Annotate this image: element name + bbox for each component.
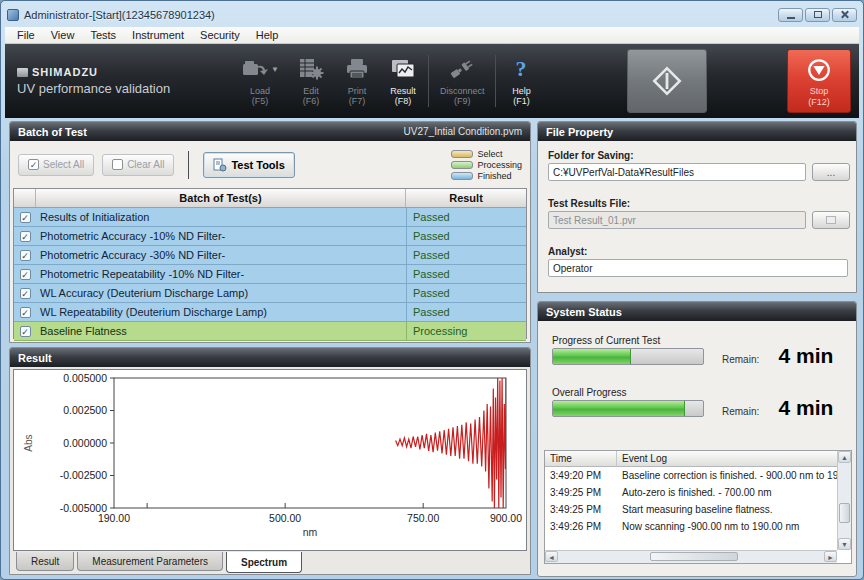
- table-row[interactable]: ✓Photometric Accuracy -10% ND Filter-Pas…: [14, 227, 526, 246]
- overall-progress-label: Overall Progress: [552, 387, 626, 398]
- result-button[interactable]: Result (F8): [380, 44, 426, 118]
- menu-item-view[interactable]: View: [43, 28, 83, 42]
- row-checkbox-cell: ✓: [14, 212, 36, 223]
- hscroll-thumb[interactable]: [650, 552, 738, 561]
- test-results-file-input[interactable]: Test Result_01.pvr: [548, 211, 806, 229]
- test-result: Passed: [413, 306, 450, 318]
- row-checkbox[interactable]: ✓: [20, 288, 31, 299]
- folder-for-saving-input[interactable]: C:¥UVPerfVal-Data¥ResultFiles: [548, 163, 806, 181]
- window-title: Administrator-[Start](12345678901234): [24, 9, 215, 21]
- table-row[interactable]: ✓Photometric Accuracy -30% ND Filter-Pas…: [14, 246, 526, 265]
- vscroll-thumb[interactable]: [839, 503, 850, 523]
- clear-all-label: Clear All: [127, 159, 164, 170]
- start-button[interactable]: [627, 49, 707, 113]
- event-log-row[interactable]: 3:49:25 PMStart measuring baseline flatn…: [545, 501, 837, 518]
- menu-item-file[interactable]: File: [9, 28, 43, 42]
- scroll-up-arrow[interactable]: ▲: [838, 451, 851, 463]
- menu-item-tests[interactable]: Tests: [82, 28, 124, 42]
- legend-label-finished: Finished: [477, 171, 511, 181]
- results-file-browse-icon: [826, 216, 836, 224]
- print-button[interactable]: Print (F7): [334, 44, 380, 118]
- load-button[interactable]: ▼Load (F5): [232, 44, 288, 118]
- close-button[interactable]: [832, 8, 857, 22]
- menu-item-help[interactable]: Help: [248, 28, 287, 42]
- scroll-left-arrow[interactable]: ◄: [545, 551, 558, 562]
- load-dropdown-arrow[interactable]: ▼: [271, 65, 279, 74]
- test-tools-label: Test Tools: [231, 159, 284, 171]
- tab-result[interactable]: Result: [16, 552, 74, 571]
- legend-swatch-select: [451, 150, 473, 158]
- current-remain-value: 4 min: [766, 344, 846, 368]
- tab-spectrum[interactable]: Spectrum: [226, 552, 302, 573]
- result-icon: [389, 57, 417, 84]
- select-all-icon: ✓: [28, 159, 39, 170]
- batch-table: Batch of Test(s) Result ✓Results of Init…: [13, 188, 527, 339]
- menu-item-instrument[interactable]: Instrument: [124, 28, 192, 42]
- row-checkbox[interactable]: ✓: [20, 212, 31, 223]
- row-checkbox[interactable]: ✓: [20, 231, 31, 242]
- col-checkbox: [14, 189, 36, 207]
- test-tools-button[interactable]: Test Tools: [203, 152, 294, 178]
- event-log-row[interactable]: 3:49:26 PMNow scanning -900.00 nm to 190…: [545, 518, 837, 535]
- table-row[interactable]: ✓WL Repeatability (Deuterium Discharge L…: [14, 303, 526, 322]
- edit-button-label: Edit (F6): [303, 86, 320, 106]
- y-tick-label: 0.005000: [63, 372, 107, 384]
- event-log-hscrollbar[interactable]: ◄ ►: [545, 550, 837, 563]
- batch-of-test-panel: Batch of Test UV27_Intial Condition.pvm …: [9, 121, 531, 343]
- legend-item-processing: Processing: [451, 160, 522, 170]
- minimize-button[interactable]: [778, 8, 803, 22]
- test-result: Passed: [413, 268, 450, 280]
- row-checkbox[interactable]: ✓: [20, 326, 31, 337]
- tab-measurement-parameters[interactable]: Measurement Parameters: [77, 552, 223, 571]
- legend-item-finished: Finished: [451, 171, 522, 181]
- test-result: Passed: [413, 249, 450, 261]
- results-file-browse-button[interactable]: [812, 211, 850, 229]
- disconnect-icon: [448, 57, 476, 84]
- controls-separator: [188, 151, 189, 179]
- current-test-progress-label: Progress of Current Test: [552, 335, 660, 346]
- table-row[interactable]: ✓Baseline FlatnessProcessing: [14, 322, 526, 341]
- table-row[interactable]: ✓Results of InitializationPassed: [14, 208, 526, 227]
- analyst-input[interactable]: Operator: [548, 259, 848, 277]
- row-checkbox-cell: ✓: [14, 326, 36, 337]
- batch-table-header: Batch of Test(s) Result: [14, 189, 526, 208]
- legend-swatch-finished: [451, 172, 473, 180]
- event-text: Start measuring baseline flatness.: [617, 501, 837, 518]
- test-name: Photometric Accuracy -10% ND Filter-: [36, 227, 407, 245]
- row-checkbox[interactable]: ✓: [20, 250, 31, 261]
- clear-all-button[interactable]: Clear All: [102, 154, 174, 176]
- overall-remain-label: Remain:: [722, 406, 759, 417]
- table-row[interactable]: ✓Photometric Repeatability -10% ND Filte…: [14, 265, 526, 284]
- y-tick-label: 0.000000: [63, 437, 107, 449]
- overall-remain-value: 4 min: [766, 396, 846, 420]
- x-tick-label: 190.00: [98, 512, 130, 524]
- batch-panel-header: Batch of Test UV27_Intial Condition.pvm: [10, 122, 530, 141]
- menu-item-security[interactable]: Security: [192, 28, 248, 42]
- window-controls: [778, 8, 857, 22]
- file-property-header: File Property: [538, 122, 856, 141]
- row-checkbox[interactable]: ✓: [20, 307, 31, 318]
- table-row[interactable]: ✓WL Accuracy (Deuterium Discharge Lamp)P…: [14, 284, 526, 303]
- stop-button-label: Stop: [810, 86, 829, 96]
- batch-panel-title: Batch of Test: [18, 126, 87, 138]
- row-checkbox-cell: ✓: [14, 231, 36, 242]
- system-status-panel: System Status Progress of Current Test R…: [537, 301, 857, 577]
- stop-button[interactable]: Stop (F12): [787, 49, 851, 113]
- event-log-row[interactable]: 3:49:25 PMAuto-zero is finished. - 700.0…: [545, 484, 837, 501]
- event-log-vscrollbar[interactable]: ▲ ▼: [837, 451, 851, 550]
- select-all-button[interactable]: ✓ Select All: [18, 154, 94, 176]
- start-icon: [645, 59, 689, 103]
- folder-browse-button[interactable]: ...: [812, 163, 850, 181]
- event-text: Baseline correction is finished. - 900.0…: [617, 467, 837, 484]
- row-checkbox[interactable]: ✓: [20, 269, 31, 280]
- x-axis-label: nm: [303, 526, 318, 538]
- scroll-right-arrow[interactable]: ►: [824, 551, 837, 562]
- disconnect-button[interactable]: Disconnect (F9): [431, 44, 494, 118]
- edit-button[interactable]: Edit (F6): [288, 44, 334, 118]
- event-log-row[interactable]: 3:49:20 PMBaseline correction is finishe…: [545, 467, 837, 484]
- help-button[interactable]: ?Help (F1): [498, 44, 544, 118]
- status-legend: SelectProcessingFinished: [451, 149, 522, 181]
- scroll-down-arrow[interactable]: ▼: [838, 538, 851, 550]
- test-result-cell: Passed: [407, 287, 526, 299]
- maximize-button[interactable]: [805, 8, 830, 22]
